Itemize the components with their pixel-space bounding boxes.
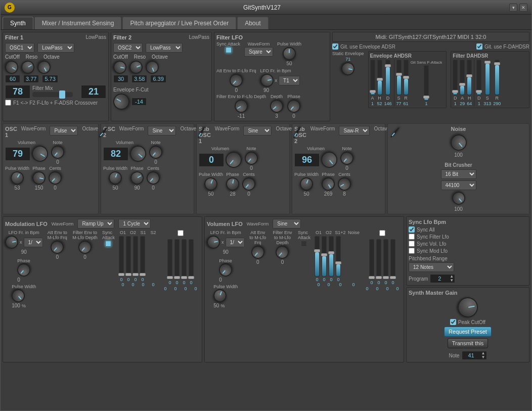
mod-cycle-select[interactable]: 1 CycleLoop [118,219,151,229]
sosc2-pw-knob[interactable] [298,175,315,192]
mod-bpm-knob[interactable] [4,235,19,250]
request-preset-button[interactable]: Request Preset [444,327,492,337]
osc2-phase-knob[interactable] [128,169,146,187]
note-input[interactable] [462,352,480,358]
osc1-cents-knob[interactable] [46,169,65,188]
tab-about[interactable]: About [237,17,268,29]
git-sens-val: 1 [425,101,427,106]
tab-mixer[interactable]: Mixer / Instrument Sensing [34,17,122,29]
note-down-arrow[interactable]: ▼ [480,355,486,359]
mod-wf-select[interactable]: Ramp UpSine [77,219,114,229]
filter2-env-knob[interactable] [110,90,132,113]
vol-slider-cb[interactable] [379,230,385,236]
vol-wf-select[interactable]: SinePulse [273,219,301,229]
filter2-type-select[interactable]: LowPassHighPass [146,43,183,53]
mod-fenv-knob[interactable] [76,238,95,257]
filter2-type: LowPass [189,34,209,40]
osc1-wf-select[interactable]: PulseSine [50,126,78,135]
filter1-reso-knob[interactable] [19,58,37,76]
pitchbend-select[interactable]: 12 Notes2 Notes [409,262,454,272]
flfo-depth-knob[interactable] [268,97,286,116]
flfo-x-select[interactable]: T1/8T1/4 [279,76,300,85]
peak-cutoff-cb[interactable] [450,319,456,325]
program-input[interactable] [430,276,449,282]
sosc2-wf-select[interactable]: Saw-RSine [339,126,370,135]
vol-x-select[interactable]: 1/4 [226,238,245,247]
transmit-button[interactable]: Transmit this [448,338,489,348]
sosc2-phase-knob[interactable] [319,175,337,193]
mod-x-select[interactable]: 1/4 [24,238,43,247]
mod-att-knob[interactable] [48,238,67,257]
sosc1-phase-knob[interactable] [225,176,240,192]
osc2-pw-label: Pulse Width [103,166,127,171]
sample-rate-select[interactable]: 4410022050 [441,180,476,190]
tab-synth[interactable]: Synth [3,17,33,29]
noise-output-knob[interactable] [449,189,468,208]
mod-slider-cb[interactable] [178,230,184,236]
filter2-reso-knob[interactable] [127,59,144,75]
tab-pitch[interactable]: Pitch arpeggiator / Live Preset Order [122,17,236,29]
mod-pw-knob[interactable] [9,287,28,305]
filter2-cutoff-knob[interactable] [112,60,127,75]
sync-mod-cb[interactable] [409,248,415,254]
sosc2-vol-knob[interactable] [318,148,340,171]
note-spinbox[interactable]: ▲ ▼ [462,351,487,360]
flfo-pw-knob[interactable] [283,47,296,60]
sosc1-note-knob[interactable] [242,149,261,168]
osc1-phase-knob[interactable] [31,170,47,186]
filter1-osc-select[interactable]: OSC1OSC2 [5,43,34,53]
mod-sync-led[interactable] [105,241,111,247]
static-env-label: Static Envelope [332,51,364,56]
osc1-vol-knob[interactable] [29,143,51,165]
filter1-mix-slider[interactable] [32,92,73,97]
osc1-pw-knob[interactable] [8,169,26,187]
filter1-type-select[interactable]: LowPassHighPass [37,43,74,53]
vol-att-knob[interactable] [248,243,267,262]
flfo-phase-knob[interactable] [285,97,303,116]
filter2-octave-knob[interactable] [144,59,160,75]
program-spinbox[interactable]: ▲ ▼ [430,274,455,283]
vol-phase-knob[interactable] [216,261,235,280]
filter1-crossover-cb[interactable] [5,100,11,106]
sync-filter-cb[interactable] [409,234,415,240]
synth-master-knob[interactable] [456,296,479,319]
bit-depth-select[interactable]: 16 Bit8 Bit [441,169,476,179]
noise-knob[interactable] [447,131,470,154]
sosc1-cents-knob[interactable] [240,175,258,194]
osc2-vol-knob[interactable] [126,142,149,165]
flfo-filter-env-knob[interactable] [232,97,250,115]
sosc1-vol-knob[interactable] [222,148,245,171]
sync-attack-led[interactable] [226,47,232,53]
osc2-cents-knob[interactable] [144,169,163,188]
sosc2-cents-knob[interactable] [335,175,353,193]
vol-pw-knob[interactable] [212,287,229,304]
git-use-fadsr-cb[interactable] [476,43,482,50]
minimize-button[interactable]: ▾ [509,4,517,12]
flfo-bpm-knob[interactable] [259,73,274,88]
mod-phase-knob[interactable] [15,261,33,280]
flfo-filter-env-label: Filter Env to F-Lfo Depth [216,94,266,99]
git-use-env-cb[interactable] [332,43,338,50]
static-env-knob[interactable] [340,61,356,76]
flfo-waveform-select[interactable]: SqareSineSaw [244,47,273,57]
osc2-note-knob[interactable] [147,143,165,162]
flfo-att-env-knob[interactable] [227,71,246,90]
osc2-pw-knob[interactable] [107,169,123,186]
filter1-octave-knob[interactable] [35,58,53,76]
vol-bpm-knob[interactable] [206,235,221,250]
sosc1-wf-select[interactable]: SinePulse [243,126,272,135]
osc1-note-knob[interactable] [49,143,67,162]
filter2-osc-select[interactable]: OSC2OSC1 [113,43,143,53]
sosc1-pw-knob[interactable] [202,175,219,192]
sync-all-cb[interactable] [409,226,415,233]
sosc2-note-knob[interactable] [338,149,357,168]
vol-fenv-knob[interactable] [273,243,292,262]
vol-sync-led[interactable] [301,241,307,247]
sosc2-vol-label: Volumen [307,146,325,151]
program-down-arrow[interactable]: ▼ [449,279,455,283]
filter1-cutoff-knob[interactable] [3,58,21,76]
titlebar-buttons: ▾ ✕ [509,4,527,12]
osc2-wf-select[interactable]: SinePulse [148,126,176,135]
sync-vol-cb[interactable] [409,241,415,247]
close-button[interactable]: ✕ [519,4,527,12]
